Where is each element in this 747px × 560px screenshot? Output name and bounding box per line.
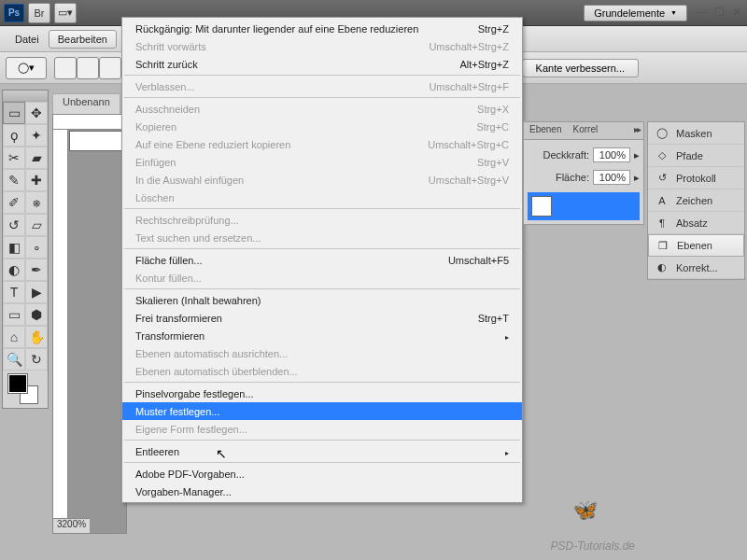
dock-zeichen[interactable]: AZeichen — [648, 189, 744, 212]
menu-purge[interactable]: Entleeren — [122, 442, 522, 460]
3d-tool[interactable]: ⬢ — [25, 303, 48, 326]
dock-absatz[interactable]: ¶Absatz — [648, 212, 744, 234]
history-brush-tool[interactable]: ↺ — [3, 214, 25, 236]
tools-panel: ▭ ✥ ϙ ✦ ✂ ▰ ✎ ✚ ✐ ⎈ ↺ ▱ ◧ ∘ ◐ ✒ T ▶ ▭ ⬢ … — [2, 90, 49, 409]
current-tool-swatch[interactable]: ◯▾ — [6, 57, 47, 79]
crop-tool[interactable]: ✂ — [3, 147, 25, 169]
zoom-tool[interactable]: 🔍 — [3, 348, 25, 371]
gradient-tool[interactable]: ◧ — [3, 236, 25, 259]
ps-logo: Ps — [4, 4, 24, 22]
opacity-label: Deckkraft: — [543, 149, 589, 161]
shape-tool[interactable]: ▭ — [3, 303, 25, 326]
menu-copy[interactable]: KopierenStrg+C — [122, 118, 522, 135]
watermark: PSD-Tutorials.de — [551, 539, 635, 553]
minimize-button[interactable]: — — [696, 6, 707, 19]
tab-korrekturen[interactable]: Korrel — [567, 122, 603, 139]
menu-content-aware-scale[interactable]: Skalieren (Inhalt bewahren) — [122, 291, 522, 309]
menu-stroke[interactable]: Kontur füllen... — [122, 269, 522, 287]
wand-tool[interactable]: ✦ — [25, 124, 48, 147]
menu-step-back[interactable]: Schritt zurückAlt+Strg+Z — [122, 55, 522, 73]
dock-protokoll[interactable]: ↺Protokoll — [648, 167, 744, 189]
screen-mode-button[interactable]: ▭▾ — [54, 3, 77, 23]
blur-tool[interactable]: ∘ — [25, 236, 48, 259]
opacity-value[interactable]: 100% — [593, 147, 630, 162]
menu-file[interactable]: Datei — [6, 30, 49, 49]
path-sel-tool[interactable]: ▶ — [25, 281, 48, 303]
menu-undo[interactable]: Rückgängig: Mit darunter liegender auf e… — [122, 20, 522, 37]
dock-ebenen[interactable]: ❒Ebenen — [648, 234, 744, 257]
tab-ebenen[interactable]: Ebenen — [524, 122, 567, 139]
menu-preset-manager[interactable]: Vorgaben-Manager... — [122, 483, 522, 500]
fill-value[interactable]: 100% — [593, 170, 630, 185]
menu-spellcheck[interactable]: Rechtschreibprüfung... — [122, 211, 522, 229]
move-tool[interactable]: ✥ — [25, 102, 48, 124]
menu-auto-align[interactable]: Ebenen automatisch ausrichten... — [122, 344, 522, 362]
ruler-vertical — [53, 130, 68, 518]
panel-overflow-icon[interactable]: ▸▸ — [630, 122, 643, 139]
menu-free-transform[interactable]: Frei transformierenStrg+T — [122, 309, 522, 327]
menu-step-forward[interactable]: Schritt vorwärtsUmschalt+Strg+Z — [122, 37, 522, 55]
opacity-arrow-icon[interactable]: ▸ — [634, 149, 640, 161]
adjustments-icon: ◐ — [655, 261, 669, 273]
refine-edge-button[interactable]: Kante verbessern... — [522, 59, 639, 77]
menu-transform[interactable]: Transformieren — [122, 327, 522, 344]
workspace-switcher[interactable]: Grundelemente — [584, 5, 687, 21]
history-icon: ↺ — [655, 172, 669, 184]
heal-tool[interactable]: ✚ — [25, 169, 48, 191]
fill-arrow-icon[interactable]: ▸ — [634, 172, 640, 184]
ruler-horizontal — [53, 115, 126, 130]
close-button[interactable]: ✕ — [732, 6, 741, 19]
menu-pdf-presets[interactable]: Adobe PDF-Vorgaben... — [122, 465, 522, 483]
menu-cut[interactable]: AusschneidenStrg+X — [122, 100, 522, 118]
layers-panel: Ebenen Korrel ▸▸ Deckkraft:100%▸ Fläche:… — [523, 121, 644, 225]
dodge-tool[interactable]: ◐ — [3, 259, 25, 281]
color-swatch[interactable] — [3, 371, 48, 408]
edit-dropdown-menu: Rückgängig: Mit darunter liegender auf e… — [121, 17, 523, 503]
layer-row[interactable] — [528, 192, 640, 220]
menu-define-pattern[interactable]: Muster festlegen... — [122, 402, 522, 420]
document-canvas[interactable] — [70, 132, 124, 150]
fg-color[interactable] — [8, 374, 27, 393]
selection-mode-sub[interactable] — [99, 57, 121, 79]
character-icon: A — [655, 195, 669, 206]
maximize-button[interactable]: ☐ — [714, 6, 725, 19]
selection-mode-new[interactable] — [54, 57, 77, 79]
selection-mode-add[interactable] — [77, 57, 99, 79]
menu-paste[interactable]: EinfügenStrg+V — [122, 153, 522, 171]
marquee-tool[interactable]: ▭ — [3, 102, 25, 124]
menu-clear[interactable]: Löschen — [122, 189, 522, 206]
menu-auto-blend[interactable]: Ebenen automatisch überblenden... — [122, 362, 522, 380]
zoom-level[interactable]: 3200% — [53, 518, 90, 533]
type-tool[interactable]: T — [3, 281, 25, 303]
brush-tool[interactable]: ✐ — [3, 191, 25, 214]
menu-define-shape[interactable]: Eigene Form festlegen... — [122, 420, 522, 438]
slice-tool[interactable]: ▰ — [25, 147, 48, 169]
dock-korrekturen[interactable]: ◐Korrekt... — [648, 257, 744, 279]
menu-find-replace[interactable]: Text suchen und ersetzen... — [122, 229, 522, 246]
paths-icon: ◇ — [655, 149, 669, 161]
right-dock: ◯Masken ◇Pfade ↺Protokoll AZeichen ¶Absa… — [647, 121, 745, 280]
dock-pfade[interactable]: ◇Pfade — [648, 145, 744, 167]
menu-edit[interactable]: Bearbeiten — [49, 30, 117, 49]
menu-paste-into[interactable]: In die Auswahl einfügenUmschalt+Strg+V — [122, 171, 522, 189]
rotate-tool[interactable]: ↻ — [25, 348, 48, 371]
paragraph-icon: ¶ — [655, 217, 669, 229]
eyedropper-tool[interactable]: ✎ — [3, 169, 25, 191]
eraser-tool[interactable]: ▱ — [25, 214, 48, 236]
menu-fade[interactable]: Verblassen...Umschalt+Strg+F — [122, 77, 522, 95]
menu-fill[interactable]: Fläche füllen...Umschalt+F5 — [122, 251, 522, 269]
canvas-area: 3200% — [52, 114, 127, 534]
panel-grip[interactable] — [3, 91, 48, 102]
layer-thumb[interactable] — [531, 196, 552, 217]
stamp-tool[interactable]: ⎈ — [25, 191, 48, 214]
butterfly-icon: 🦋 — [572, 498, 598, 523]
document-tab[interactable]: Unbenann — [52, 93, 120, 114]
lasso-tool[interactable]: ϙ — [3, 124, 25, 147]
dock-masken[interactable]: ◯Masken — [648, 122, 744, 145]
menu-copy-merged[interactable]: Auf eine Ebene reduziert kopierenUmschal… — [122, 135, 522, 153]
menu-define-brush[interactable]: Pinselvorgabe festlegen... — [122, 385, 522, 402]
pen-tool[interactable]: ✒ — [25, 259, 48, 281]
bridge-button[interactable]: Br — [28, 3, 50, 23]
hand-tool[interactable]: ✋ — [25, 326, 48, 348]
3d-cam-tool[interactable]: ⌂ — [3, 326, 25, 348]
